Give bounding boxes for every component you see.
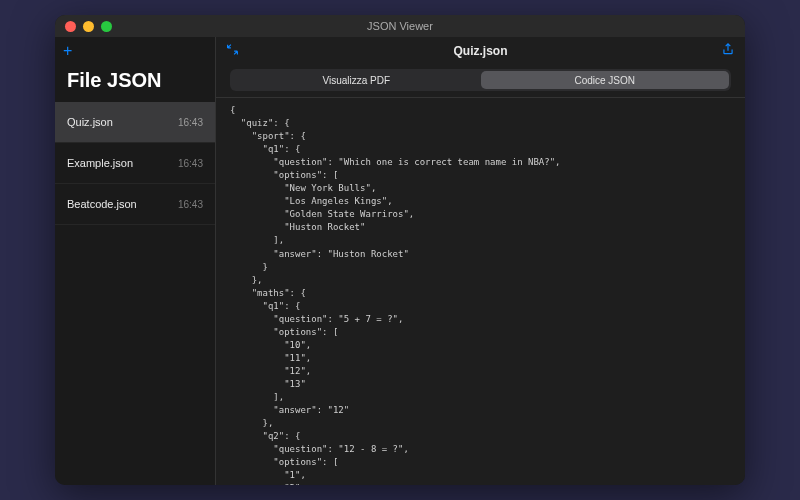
file-time: 16:43	[178, 117, 203, 128]
file-list: Quiz.json 16:43 Example.json 16:43 Beatc…	[55, 102, 215, 485]
file-item-example[interactable]: Example.json 16:43	[55, 143, 215, 184]
main-toolbar: Quiz.json	[216, 37, 745, 65]
sidebar-toolbar: +	[55, 37, 215, 65]
sidebar: + File JSON Quiz.json 16:43 Example.json…	[55, 37, 215, 485]
json-code: { "quiz": { "sport": { "q1": { "question…	[230, 104, 731, 485]
minimize-window-button[interactable]	[83, 21, 94, 32]
file-item-beatcode[interactable]: Beatcode.json 16:43	[55, 184, 215, 225]
view-mode-segmented: Visualizza PDF Codice JSON	[230, 69, 731, 91]
tab-visualizza-pdf[interactable]: Visualizza PDF	[232, 71, 481, 89]
main-title: Quiz.json	[216, 44, 745, 58]
file-item-quiz[interactable]: Quiz.json 16:43	[55, 102, 215, 143]
collapse-icon[interactable]	[226, 43, 239, 59]
share-button[interactable]	[721, 42, 735, 60]
traffic-lights	[55, 21, 112, 32]
file-name: Beatcode.json	[67, 198, 137, 210]
window-title: JSON Viewer	[55, 20, 745, 32]
sidebar-title: File JSON	[55, 65, 215, 102]
close-window-button[interactable]	[65, 21, 76, 32]
code-scroll-area[interactable]: { "quiz": { "sport": { "q1": { "question…	[216, 97, 745, 485]
segmented-control-wrap: Visualizza PDF Codice JSON	[216, 65, 745, 97]
window-body: + File JSON Quiz.json 16:43 Example.json…	[55, 37, 745, 485]
file-time: 16:43	[178, 158, 203, 169]
main-panel: Quiz.json Visualizza PDF Codice JSON { "…	[215, 37, 745, 485]
file-name: Example.json	[67, 157, 133, 169]
file-time: 16:43	[178, 199, 203, 210]
add-file-button[interactable]: +	[63, 42, 72, 60]
file-name: Quiz.json	[67, 116, 113, 128]
tab-codice-json[interactable]: Codice JSON	[481, 71, 730, 89]
app-window: JSON Viewer + File JSON Quiz.json 16:43 …	[55, 15, 745, 485]
titlebar: JSON Viewer	[55, 15, 745, 37]
maximize-window-button[interactable]	[101, 21, 112, 32]
